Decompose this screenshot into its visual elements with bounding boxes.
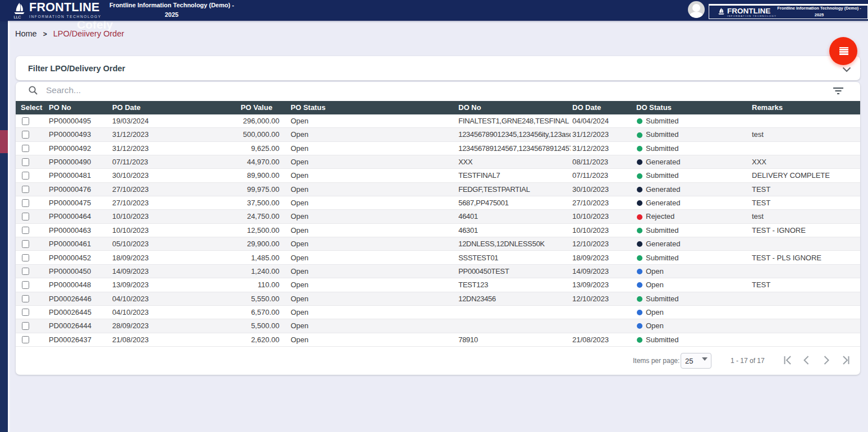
svg-text:LLC: LLC <box>14 15 21 19</box>
